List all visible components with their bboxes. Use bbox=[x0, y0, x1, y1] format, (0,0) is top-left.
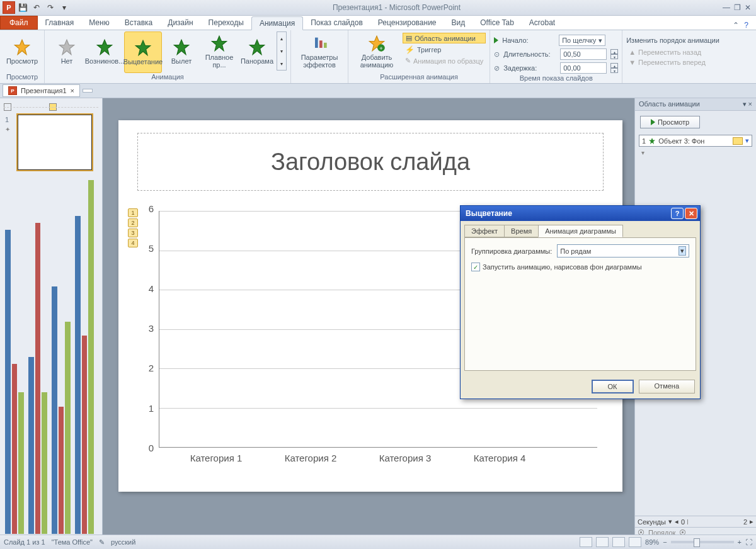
title-placeholder[interactable]: Заголовок слайда bbox=[137, 133, 604, 191]
window-title: Презентация1 - Microsoft PowerPoint bbox=[71, 3, 723, 12]
ribbon-tab-office tab[interactable]: Office Tab bbox=[472, 16, 522, 30]
anim-play-button[interactable]: Просмотр bbox=[640, 116, 700, 128]
delay-input[interactable]: 00,00 bbox=[560, 62, 607, 74]
delay-spinner[interactable]: ▴▾ bbox=[610, 63, 618, 73]
status-theme: "Тема Office" bbox=[52, 538, 93, 546]
view-normal-button[interactable] bbox=[580, 537, 592, 547]
anim-effect-0[interactable]: Нет bbox=[49, 31, 85, 72]
qat-more-icon[interactable]: ▾ bbox=[58, 1, 71, 14]
close-icon[interactable]: ✕ bbox=[745, 3, 751, 12]
anim-effect-1[interactable]: Возникнов... bbox=[86, 31, 123, 72]
group-chart-dropdown[interactable]: По рядам ▾ bbox=[557, 244, 689, 258]
y-tick-4: 4 bbox=[149, 283, 154, 293]
fit-window-icon[interactable]: ⛶ bbox=[745, 538, 752, 546]
anim-effect-4[interactable]: Плавное пр... bbox=[201, 31, 238, 72]
ribbon-tab-рецензирование[interactable]: Рецензирование bbox=[370, 16, 444, 30]
restore-icon[interactable]: ❐ bbox=[734, 3, 741, 12]
start-animation-checkbox[interactable]: ✓ Запустить анимацию, нарисовав фон диаг… bbox=[471, 263, 689, 271]
anim-effect-3[interactable]: Вылет bbox=[163, 31, 200, 72]
anim-list-item[interactable]: 1 Объект 3: Фон ▾ bbox=[639, 135, 752, 147]
move-earlier-button[interactable]: ▲Переместить назад bbox=[626, 48, 719, 57]
file-tab[interactable]: Файл bbox=[0, 16, 38, 30]
group-animation: НетВозникнов...ВыцветаниеВылетПлавное пр… bbox=[45, 30, 291, 83]
view-sorter-button[interactable] bbox=[596, 537, 609, 547]
status-language[interactable]: русский bbox=[111, 538, 135, 546]
undo-icon[interactable]: ↶ bbox=[30, 1, 43, 14]
start-dropdown[interactable]: По щелчку▾ bbox=[559, 35, 605, 46]
duration-spinner[interactable]: ▴▾ bbox=[610, 49, 618, 59]
group-advanced-animation: + Добавить анимацию ▤Область анимации ⚡Т… bbox=[348, 30, 490, 83]
ribbon-tab-acrobat[interactable]: Acrobat bbox=[522, 16, 563, 30]
effect-options-dialog: Выцветание ? ✕ ЭффектВремяАнимация диагр… bbox=[460, 205, 701, 399]
dialog-titlebar[interactable]: Выцветание ? ✕ bbox=[461, 206, 700, 221]
reorder-title: Изменить порядок анимации bbox=[626, 34, 719, 47]
anim-effect-2[interactable]: Выцветание bbox=[124, 31, 162, 73]
animation-pane-button[interactable]: ▤Область анимации bbox=[403, 33, 486, 43]
play-icon bbox=[651, 119, 655, 125]
seconds-dropdown-icon[interactable]: ▾ bbox=[668, 518, 672, 526]
arrow-down-icon: ▼ bbox=[629, 59, 636, 66]
document-tab[interactable]: P Презентация1 × bbox=[3, 84, 80, 97]
ribbon-tabs: Файл ГлавнаяМенюВставкаДизайнПереходыАни… bbox=[0, 16, 756, 30]
ok-button[interactable]: ОК bbox=[592, 380, 634, 393]
svg-rect-9 bbox=[324, 43, 327, 48]
duration-input[interactable]: 00,50 bbox=[560, 48, 607, 60]
preview-button[interactable]: Просмотр bbox=[4, 31, 40, 72]
dialog-tab-2[interactable]: Анимация диаграммы bbox=[538, 225, 623, 237]
anim-tag-3[interactable]: 3 bbox=[128, 229, 138, 237]
anim-tag-4[interactable]: 4 bbox=[128, 239, 138, 247]
ribbon-tab-показ слайдов[interactable]: Показ слайдов bbox=[303, 16, 370, 30]
ribbon-tab-главная[interactable]: Главная bbox=[38, 16, 82, 30]
minimize-icon[interactable]: ― bbox=[723, 3, 730, 12]
arrow-up-icon: ▲ bbox=[629, 48, 636, 56]
new-doc-tab[interactable] bbox=[83, 89, 93, 93]
svg-rect-7 bbox=[315, 38, 318, 48]
animation-painter-button[interactable]: ✎Анимация по образцу bbox=[403, 56, 486, 65]
dialog-help-icon[interactable]: ? bbox=[671, 208, 684, 219]
save-icon[interactable]: 💾 bbox=[16, 1, 29, 14]
ribbon-tab-переходы[interactable]: Переходы bbox=[201, 16, 251, 30]
move-later-button[interactable]: ▼Переместить вперед bbox=[626, 58, 719, 67]
view-reading-button[interactable] bbox=[612, 537, 625, 547]
lightning-icon: ⚡ bbox=[405, 45, 415, 54]
ribbon-tab-вид[interactable]: Вид bbox=[444, 16, 473, 30]
y-tick-1: 1 bbox=[149, 402, 154, 413]
group-advanced-label: Расширенная анимация bbox=[352, 73, 486, 82]
help-icon[interactable]: ? bbox=[744, 21, 748, 30]
anim-expand-icon[interactable]: ▾ bbox=[641, 149, 750, 156]
view-slideshow-button[interactable] bbox=[629, 537, 641, 547]
redo-icon[interactable]: ↷ bbox=[44, 1, 57, 14]
zoom-in-icon[interactable]: + bbox=[738, 538, 742, 546]
anim-tag-2[interactable]: 2 bbox=[128, 218, 138, 227]
dialog-close-icon[interactable]: ✕ bbox=[685, 208, 697, 219]
spellcheck-icon[interactable]: ✎ bbox=[99, 538, 105, 546]
zoom-percent[interactable]: 89% bbox=[645, 538, 659, 546]
cancel-button[interactable]: Отмена bbox=[639, 380, 695, 393]
anim-effect-5[interactable]: Панорама bbox=[239, 31, 275, 72]
dialog-tab-0[interactable]: Эффект bbox=[464, 225, 505, 237]
minimize-ribbon-icon[interactable]: ⌃ bbox=[733, 21, 739, 30]
ribbon-tab-вставка[interactable]: Вставка bbox=[117, 16, 161, 30]
close-tab-icon[interactable]: × bbox=[71, 87, 74, 94]
effect-options-button[interactable]: Параметры эффектов bbox=[295, 31, 344, 72]
timeline-scroll-left[interactable]: ◂ bbox=[675, 518, 679, 526]
ribbon-tab-меню[interactable]: Меню bbox=[81, 16, 117, 30]
ribbon: Просмотр Просмотр НетВозникнов...Выцвета… bbox=[0, 30, 756, 84]
anim-item-dropdown-icon[interactable]: ▾ bbox=[745, 137, 749, 145]
anim-pane-close-icon[interactable]: × bbox=[748, 100, 752, 108]
anim-tag-1[interactable]: 1 bbox=[128, 208, 138, 217]
anim-pane-menu-icon[interactable]: ▾ bbox=[743, 100, 747, 108]
trigger-button[interactable]: ⚡Триггер bbox=[403, 45, 486, 55]
anim-gallery-more[interactable]: ▴▾▾ bbox=[277, 31, 287, 71]
ribbon-tab-дизайн[interactable]: Дизайн bbox=[160, 16, 200, 30]
zoom-slider[interactable] bbox=[671, 541, 734, 543]
ribbon-tab-анимация[interactable]: Анимация bbox=[251, 16, 303, 30]
y-tick-5: 5 bbox=[149, 243, 154, 254]
timeline-scroll-right[interactable]: ▸ bbox=[750, 518, 753, 526]
delay-icon: ⊘ bbox=[494, 64, 500, 72]
zoom-out-icon[interactable]: − bbox=[663, 538, 667, 546]
slide-thumbnail-1[interactable] bbox=[18, 115, 92, 170]
dialog-tab-1[interactable]: Время bbox=[504, 225, 539, 237]
group-timing: Начало: По щелчку▾ ⊙ Длительность: 00,50… bbox=[490, 30, 622, 83]
add-animation-button[interactable]: + Добавить анимацию bbox=[352, 31, 401, 72]
